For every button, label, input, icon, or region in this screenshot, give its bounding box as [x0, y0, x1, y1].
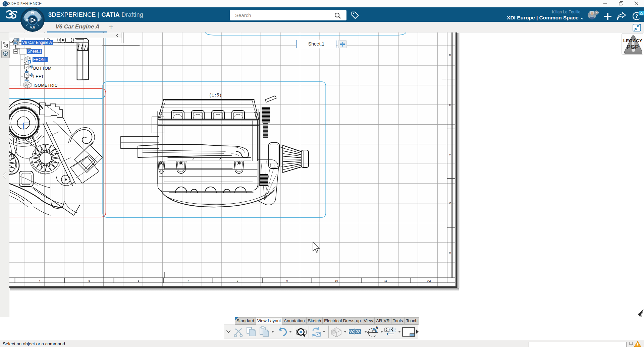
svg-text:E: E — [449, 103, 451, 107]
svg-text:D: D — [449, 54, 451, 57]
svg-text:11: 11 — [384, 279, 387, 282]
svg-text:?: ? — [635, 13, 638, 19]
svg-text:V.R: V.R — [30, 25, 35, 29]
svg-text:(1:5): (1:5) — [209, 93, 222, 98]
svg-text:4: 4 — [39, 279, 41, 282]
svg-text:10: 10 — [335, 279, 338, 282]
svg-text:5: 5 — [89, 279, 90, 282]
svg-text:8: 8 — [237, 279, 238, 282]
svg-text:6: 6 — [138, 279, 140, 282]
svg-text:3D: 3D — [25, 18, 30, 22]
svg-text:G: G — [449, 202, 451, 205]
svg-text:7: 7 — [187, 279, 189, 282]
svg-text:A2: A2 — [427, 279, 431, 282]
svg-text:F: F — [449, 153, 451, 156]
svg-text:H: H — [449, 251, 451, 254]
svg-text:9: 9 — [286, 279, 288, 282]
svg-text:i²: i² — [38, 18, 40, 22]
svg-text:A: A — [376, 326, 378, 330]
